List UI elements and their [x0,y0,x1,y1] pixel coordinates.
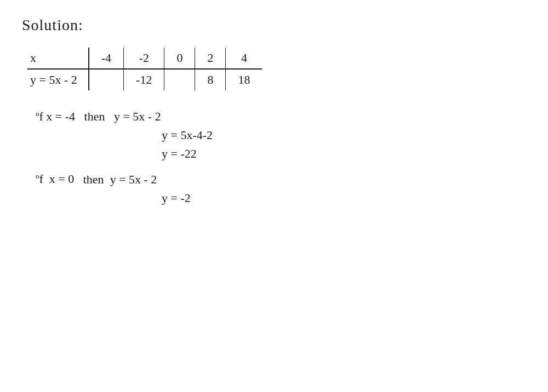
step2-condition-line: of x = 0 then y = 5x - 2 [36,172,526,186]
col-2-header: 2 [195,48,226,69]
table-header-row: x -4 -2 0 2 4 [27,48,262,69]
y-label: y = 5x - 2 [27,69,89,90]
col-neg4-header: -4 [89,48,124,69]
step2-block: of x = 0 then y = 5x - 2 y = -2 [36,172,526,205]
step1-line2: y = 5x-4-2 [162,128,526,142]
val-4: 18 [226,69,262,90]
xy-table: x -4 -2 0 2 4 y = 5x - 2 -12 8 18 [27,48,262,90]
step2-if-keyword: of x = 0 [36,172,83,186]
step2-line2: y = -2 [162,191,526,205]
col-neg2-header: -2 [124,48,164,69]
step2-then-keyword: then [83,172,104,187]
table-values-row: y = 5x - 2 -12 8 18 [27,69,262,90]
page-title: Solution: [22,16,526,34]
val-neg2: -12 [124,69,164,90]
val-2: 8 [195,69,226,90]
step1-block: of x = -4 then y = 5x - 2 y = 5x-4-2 y =… [36,109,526,161]
x-label: x [27,48,89,69]
step1-then-keyword: then [84,109,105,124]
step1-line1: y = 5x - 2 [105,109,161,124]
col-0-header: 0 [164,48,195,69]
step1-condition-line: of x = -4 then y = 5x - 2 [36,109,526,124]
val-0 [164,69,195,90]
step1-line3: y = -22 [162,147,526,161]
value-table-section: x -4 -2 0 2 4 y = 5x - 2 -12 8 18 [22,48,526,90]
val-neg4 [89,69,124,90]
step1-if-keyword: of x = -4 [36,109,84,124]
step2-line1: y = 5x - 2 [104,172,157,187]
steps-section: of x = -4 then y = 5x - 2 y = 5x-4-2 y =… [36,109,526,205]
col-4-header: 4 [226,48,262,69]
